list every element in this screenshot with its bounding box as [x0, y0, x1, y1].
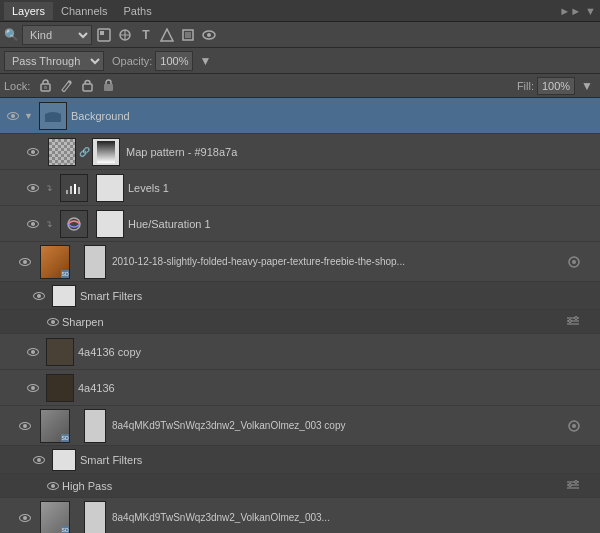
filter-item-row[interactable]: Sharpen	[0, 310, 600, 334]
layer-row[interactable]: SO 8a4qMKd9TwSnWqz3dnw2_VolkanOlmez_003 …	[0, 406, 600, 446]
pixel-layer-icon[interactable]	[95, 26, 113, 44]
smart-filters-row[interactable]: Smart Filters	[0, 282, 600, 310]
visibility-icon[interactable]	[200, 26, 218, 44]
layer-thumbnail: SO	[40, 501, 70, 534]
layer-mask-thumbnail	[92, 138, 120, 166]
filter-item-row[interactable]: High Pass	[0, 474, 600, 498]
layer-name: 4a4136 copy	[78, 346, 596, 358]
shape-layer-icon[interactable]	[158, 26, 176, 44]
layer-mask-thumbnail	[84, 501, 106, 534]
panel-menu-icon[interactable]: ►►	[559, 5, 581, 17]
panel-collapse-icon[interactable]: ▼	[585, 5, 596, 17]
lock-transparent-icon[interactable]	[36, 77, 54, 95]
layer-mask-thumbnail	[96, 210, 124, 238]
lock-all-icon[interactable]	[99, 77, 117, 95]
layer-name: 4a4136	[78, 382, 596, 394]
layer-visibility-toggle[interactable]	[16, 253, 34, 271]
filter-mask-thumbnail	[52, 449, 76, 471]
layer-thumbnail-pair: 🔗	[44, 138, 124, 166]
svg-rect-15	[74, 184, 76, 194]
layer-row[interactable]: 🔗 Map pattern - #918a7a	[0, 134, 600, 170]
lock-paint-icon[interactable]	[57, 77, 75, 95]
layer-visibility-toggle[interactable]	[44, 477, 62, 495]
fill-input[interactable]	[537, 77, 575, 95]
svg-rect-11	[83, 84, 92, 91]
adjustment-layer-icon[interactable]	[116, 26, 134, 44]
layer-name: 2010-12-18-slightly-folded-heavy-paper-t…	[112, 256, 566, 267]
clipping-icon: ↴	[45, 183, 53, 193]
layer-thumbnail-pair: SO	[36, 409, 110, 443]
filter-kind-toolbar: 🔍 Kind T	[0, 22, 600, 48]
fill-dropdown-icon[interactable]: ▼	[578, 77, 596, 95]
layer-name: Levels 1	[128, 182, 596, 194]
clipping-icon: ↴	[45, 219, 53, 229]
filter-kind-select[interactable]: Kind	[22, 25, 92, 45]
svg-point-17	[68, 218, 80, 230]
svg-rect-16	[78, 187, 80, 194]
layer-name: Hue/Saturation 1	[128, 218, 596, 230]
tab-paths[interactable]: Paths	[116, 2, 160, 20]
layer-row[interactable]: 4a4136	[0, 370, 600, 406]
tab-layers[interactable]: Layers	[4, 2, 53, 20]
svg-point-31	[569, 484, 572, 487]
layer-row[interactable]: 4a4136 copy	[0, 334, 600, 370]
opacity-dropdown-icon[interactable]: ▼	[196, 52, 214, 70]
layer-thumbnail: SO	[40, 245, 70, 279]
layer-thumbnail-pair: SO	[36, 501, 110, 534]
layer-row[interactable]: ▼ Background	[0, 98, 600, 134]
panel-tabs: Layers Channels Paths ►► ▼	[0, 0, 600, 22]
layer-thumbnail	[46, 338, 74, 366]
svg-point-26	[572, 424, 576, 428]
layer-visibility-toggle[interactable]	[4, 107, 22, 125]
layer-visibility-toggle[interactable]	[16, 509, 34, 527]
layer-visibility-toggle[interactable]	[44, 313, 62, 331]
layer-visibility-toggle[interactable]	[30, 287, 48, 305]
blend-mode-select[interactable]: Pass Through	[4, 51, 104, 71]
layer-visibility-toggle[interactable]	[16, 417, 34, 435]
layer-thumbnail	[60, 174, 88, 202]
svg-point-10	[68, 81, 71, 84]
svg-marker-3	[161, 29, 173, 41]
layer-thumbnail	[39, 102, 67, 130]
layer-effects-icon[interactable]	[566, 254, 582, 270]
layer-visibility-toggle[interactable]	[30, 451, 48, 469]
layer-name: Background	[71, 110, 596, 122]
filter-settings-icon[interactable]	[566, 478, 580, 493]
layer-row[interactable]: ↴ Levels 1	[0, 170, 600, 206]
layer-row[interactable]: SO 8a4qMKd9TwSnWqz3dnw2_VolkanOlmez_003.…	[0, 498, 600, 533]
layer-visibility-toggle[interactable]	[24, 215, 42, 233]
svg-rect-1	[100, 31, 104, 35]
layer-mask-thumbnail	[96, 174, 124, 202]
tab-channels[interactable]: Channels	[53, 2, 115, 20]
svg-point-19	[572, 260, 576, 264]
lock-icons	[36, 77, 117, 95]
layer-effects-icon[interactable]	[566, 418, 582, 434]
layer-row[interactable]: ↴ Hue/Saturation 1	[0, 206, 600, 242]
layer-row[interactable]: SO 2010-12-18-slightly-folded-heavy-pape…	[0, 242, 600, 282]
svg-rect-9	[44, 86, 47, 89]
svg-point-7	[207, 33, 211, 37]
lock-position-icon[interactable]	[78, 77, 96, 95]
layer-thumbnail-pair: SO	[36, 245, 110, 279]
filter-mask-thumbnail	[52, 285, 76, 307]
layer-visibility-toggle[interactable]	[24, 179, 42, 197]
layer-visibility-toggle[interactable]	[24, 379, 42, 397]
lock-label: Lock:	[4, 80, 30, 92]
svg-rect-12	[104, 84, 113, 91]
layer-visibility-toggle[interactable]	[24, 343, 42, 361]
layer-thumbnail	[60, 210, 88, 238]
smart-filters-row[interactable]: Smart Filters	[0, 446, 600, 474]
layer-thumbnail	[46, 374, 74, 402]
opacity-input[interactable]	[155, 51, 193, 71]
svg-point-23	[575, 317, 578, 320]
svg-rect-14	[70, 186, 72, 194]
filter-settings-icon[interactable]	[566, 314, 580, 329]
svg-rect-13	[66, 190, 68, 194]
svg-point-30	[575, 481, 578, 484]
blend-opacity-toolbar: Pass Through Opacity: ▼	[0, 48, 600, 74]
type-layer-icon[interactable]: T	[137, 26, 155, 44]
smart-object-icon[interactable]	[179, 26, 197, 44]
layer-visibility-toggle[interactable]	[24, 143, 42, 161]
fill-label: Fill:	[517, 80, 534, 92]
opacity-label: Opacity:	[112, 55, 152, 67]
